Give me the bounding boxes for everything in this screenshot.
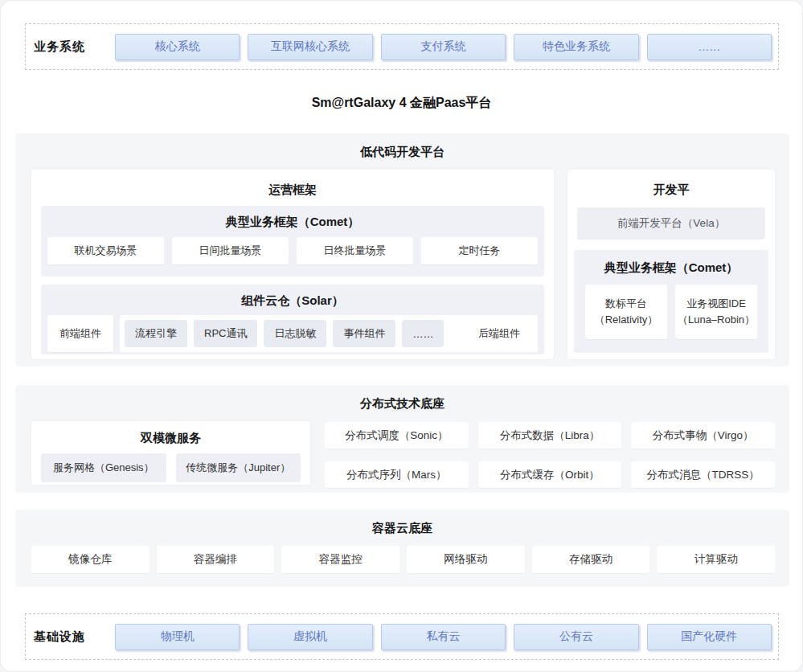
platform-title: Sm@rtGalaxy 4 金融Paas平台 (1, 95, 802, 112)
dev-node-luna-robin-code: （Luna–Robin） (678, 312, 755, 328)
dual-mode-row: 服务网格（Genesis） 传统微服务（Jupiter） (31, 446, 310, 482)
business-systems-label: 业务系统 (34, 39, 115, 55)
infra-item-physical-machine: 物理机 (115, 624, 240, 650)
dual-mode-title: 双模微服务 (31, 431, 310, 446)
solar-backend-strip: 流程引擎 RPC通讯 日志脱敏 事件组件 …… 后端组件 (120, 315, 538, 352)
operation-framework-title: 运营框架 (31, 182, 554, 198)
business-systems-section: 业务系统 核心系统 互联网核心系统 支付系统 特色业务系统 …… (25, 23, 779, 70)
infra-item-public-cloud: 公有云 (514, 624, 638, 650)
container-node-monitoring: 容器监控 (281, 546, 399, 573)
solar-node-process-engine: 流程引擎 (125, 320, 187, 347)
dev-comet-title: 典型业务框架（Comet） (574, 250, 768, 276)
operation-framework-panel: 运营框架 典型业务框架（Comet） 联机交易场景 日间批量场景 日终批量场景 … (31, 170, 554, 359)
dual-node-genesis: 服务网格（Genesis） (41, 453, 166, 482)
dev-node-relativity-code: （Relativity） (595, 312, 658, 328)
distributed-services-grid: 分布式调度（Sonic） 分布式数据（Libra） 分布式事物（Virgo） 分… (325, 422, 775, 488)
dist-node-orbit: 分布式缓存（Orbit） (478, 461, 622, 488)
business-system-item-internet-core: 互联网核心系统 (248, 34, 372, 60)
comet-framework-box: 典型业务框架（Comet） 联机交易场景 日间批量场景 日终批量场景 定时任务 (41, 206, 544, 277)
container-node-compute-driver: 计算驱动 (657, 546, 775, 573)
infrastructure-label: 基础设施 (34, 629, 115, 645)
solar-component-title: 组件云仓（Solar） (41, 285, 544, 309)
solar-node-log-masking: 日志脱敏 (264, 320, 326, 347)
business-system-item-core: 核心系统 (115, 34, 240, 60)
dual-node-jupiter: 传统微服务（Jupiter） (176, 453, 301, 482)
comet-node-online-trade: 联机交易场景 (47, 237, 164, 264)
infrastructure-row: 物理机 虚拟机 私有云 公有云 国产化硬件 (115, 624, 772, 650)
dist-node-virgo: 分布式事物（Virgo） (631, 422, 775, 449)
comet-scenario-row: 联机交易场景 日间批量场景 日终批量场景 定时任务 (41, 230, 544, 264)
solar-node-event: 事件组件 (333, 320, 395, 347)
dev-comet-box: 典型业务框架（Comet） 数标平台 （Relativity） 业务视图IDE … (574, 250, 768, 353)
solar-component-box: 组件云仓（Solar） 前端组件 流程引擎 RPC通讯 日志脱敏 事件组件 ……… (41, 285, 544, 354)
solar-node-more: …… (402, 320, 444, 347)
comet-framework-title: 典型业务框架（Comet） (41, 206, 544, 230)
comet-node-daytime-batch: 日间批量场景 (172, 237, 289, 264)
business-system-item-payment: 支付系统 (381, 34, 506, 60)
lowcode-platform-section: 低代码开发平台 运营框架 典型业务框架（Comet） 联机交易场景 日间批量场景… (15, 133, 789, 367)
dist-node-sonic: 分布式调度（Sonic） (325, 422, 469, 449)
solar-node-frontend: 前端组件 (47, 315, 113, 352)
lowcode-section-title: 低代码开发平台 (15, 133, 789, 160)
distributed-base-title: 分布式技术底座 (15, 385, 789, 412)
distributed-base-section: 分布式技术底座 双模微服务 服务网格（Genesis） 传统微服务（Jupite… (15, 385, 789, 493)
solar-component-row: 前端组件 流程引擎 RPC通讯 日志脱敏 事件组件 …… 后端组件 (41, 309, 544, 352)
comet-node-timed-task: 定时任务 (421, 237, 538, 264)
architecture-diagram: 业务系统 核心系统 互联网核心系统 支付系统 特色业务系统 …… Sm@rtGa… (0, 0, 803, 672)
dev-platform-title: 开发平 (567, 182, 775, 198)
container-node-storage-driver: 存储驱动 (532, 546, 650, 573)
container-cloud-title: 容器云底座 (15, 510, 789, 536)
dev-node-relativity: 数标平台 （Relativity） (585, 285, 667, 339)
container-node-network-driver: 网络驱动 (407, 546, 525, 573)
dev-node-luna-robin: 业务视图IDE （Luna–Robin） (675, 285, 757, 339)
dev-node-relativity-name: 数标平台 (605, 296, 647, 312)
business-system-item-more: …… (647, 34, 772, 60)
business-systems-row: 核心系统 互联网核心系统 支付系统 特色业务系统 …… (115, 34, 772, 60)
container-node-image-repo: 镜像仓库 (31, 546, 150, 573)
dev-comet-row: 数标平台 （Relativity） 业务视图IDE （Luna–Robin） (574, 276, 768, 339)
dist-node-tdrss: 分布式消息（TDRSS） (631, 461, 775, 488)
container-cloud-section: 容器云底座 镜像仓库 容器编排 容器监控 网络驱动 存储驱动 计算驱动 (15, 510, 789, 587)
solar-node-rpc: RPC通讯 (194, 320, 257, 347)
dual-mode-microservice-panel: 双模微服务 服务网格（Genesis） 传统微服务（Jupiter） (31, 421, 310, 485)
infrastructure-section: 基础设施 物理机 虚拟机 私有云 公有云 国产化硬件 (25, 613, 779, 660)
infra-item-domestic-hardware: 国产化硬件 (647, 624, 772, 650)
vela-frontend-platform-chip: 前端开发平台（Vela） (577, 207, 765, 240)
dev-node-luna-robin-name: 业务视图IDE (686, 296, 746, 312)
comet-node-eod-batch: 日终批量场景 (297, 237, 413, 264)
solar-node-backend: 后端组件 (478, 326, 520, 341)
dev-platform-panel: 开发平 前端开发平台（Vela） 典型业务框架（Comet） 数标平台 （Rel… (567, 170, 775, 359)
container-node-orchestration: 容器编排 (157, 546, 275, 573)
container-cloud-row: 镜像仓库 容器编排 容器监控 网络驱动 存储驱动 计算驱动 (31, 546, 775, 573)
dist-node-mars: 分布式序列（Mars） (325, 461, 469, 488)
business-system-item-special: 特色业务系统 (514, 34, 638, 60)
infra-item-private-cloud: 私有云 (381, 624, 506, 650)
infra-item-virtual-machine: 虚拟机 (248, 624, 372, 650)
dist-node-libra: 分布式数据（Libra） (478, 422, 622, 449)
